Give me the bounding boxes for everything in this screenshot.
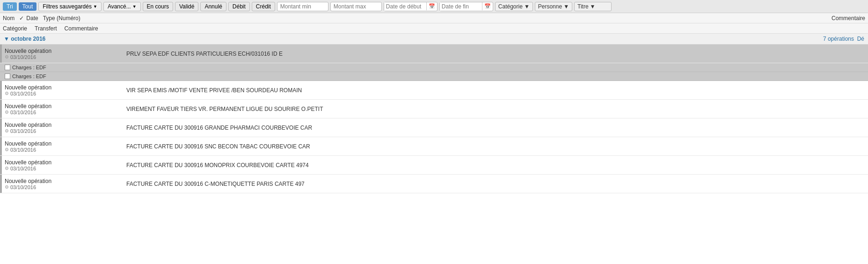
sort-type-label: Type (Numéro) (43, 15, 80, 22)
transaction-info: Nouvelle opération ⚙ 03/10/2016 (5, 84, 122, 96)
avance-button[interactable]: Avancé... ▼ (103, 2, 141, 11)
transaction-comment: FACTURE CARTE DU 300916 C-MONETIQUETTE P… (122, 181, 865, 187)
op-name: Nouvelle opération (5, 178, 122, 184)
sort-commentaire[interactable]: Commentaire (832, 15, 865, 22)
transaction-info: Nouvelle opération ⚙ 03/10/2016 (5, 103, 122, 115)
transaction-info: Nouvelle opération ⚙ 03/10/2016 (5, 122, 122, 134)
category-tag: Charges : EDF (5, 73, 46, 79)
date-debut-input[interactable] (384, 2, 426, 11)
sort2-transfert-label: Transfert (35, 25, 57, 32)
sort2-commentaire-label: Commentaire (65, 25, 98, 32)
date-fin-container: 📅 (439, 2, 493, 11)
transaction-comment: VIR SEPA EMIS /MOTIF VENTE PRIVEE /BEN S… (122, 87, 865, 94)
gear-icon: ⚙ (5, 91, 9, 96)
op-date: ⚙ 03/10/2016 (5, 147, 122, 153)
table-row[interactable]: Nouvelle opération ⚙ 03/10/2016 FACTURE … (0, 118, 868, 137)
tout-button[interactable]: Tout (19, 2, 37, 11)
titre-dropdown[interactable]: Titre ▼ (574, 2, 612, 11)
op-date: ⚙ 03/10/2016 (5, 166, 122, 171)
en-cours-button[interactable]: En cours (143, 2, 173, 11)
avance-arrow-icon: ▼ (132, 4, 137, 9)
montant-max-input[interactable] (330, 2, 382, 11)
valide-button[interactable]: Validé (175, 2, 198, 11)
op-date: ⚙ 03/10/2016 (5, 128, 122, 134)
op-name: Nouvelle opération (5, 84, 122, 91)
table-row[interactable]: Nouvelle opération ⚙ 03/10/2016 FACTURE … (0, 175, 868, 193)
table-row[interactable]: Nouvelle opération ⚙ 03/10/2016 FACTURE … (0, 137, 868, 156)
personne-dropdown[interactable]: Personne ▼ (535, 2, 572, 11)
op-date: ⚙ 03/10/2016 (5, 184, 122, 190)
table-row[interactable]: Nouvelle opération ⚙ 03/10/2016 VIREMENT… (0, 100, 868, 118)
transaction-info: Nouvelle opération ⚙ 03/10/2016 (5, 48, 122, 60)
gear-icon: ⚙ (5, 184, 9, 190)
transaction-info: Nouvelle opération ⚙ 03/10/2016 (5, 178, 122, 190)
op-date: ⚙ 03/10/2016 (5, 54, 122, 60)
month-header[interactable]: ▼ octobre 2016 7 opérations Dé (0, 34, 868, 44)
op-name: Nouvelle opération (5, 103, 122, 110)
transaction-comment: PRLV SEPA EDF CLIENTS PARTICULIERS ECH/0… (122, 51, 865, 57)
tri-button[interactable]: Tri (3, 2, 17, 11)
table-row[interactable]: Nouvelle opération ⚙ 03/10/2016 VIR SEPA… (0, 81, 868, 100)
row-content: Nouvelle opération ⚙ 03/10/2016 PRLV SEP… (2, 44, 868, 63)
transaction-comment: FACTURE CARTE DU 300916 GRANDE PHARMACI … (122, 125, 865, 131)
row-content: Nouvelle opération ⚙ 03/10/2016 VIREMENT… (2, 100, 868, 118)
sort-date-label: Date (26, 15, 38, 22)
date-debut-container: 📅 (384, 2, 438, 11)
avance-label: Avancé... (108, 3, 131, 10)
categorie-label: Catégorie (498, 3, 523, 10)
transaction-comment: FACTURE CARTE DU 300916 SNC BECON TABAC … (122, 143, 865, 150)
categorie-dropdown[interactable]: Catégorie ▼ (495, 2, 533, 11)
montant-min-input[interactable] (277, 2, 328, 11)
date-fin-calendar-icon[interactable]: 📅 (482, 2, 493, 10)
personne-label: Personne (538, 3, 562, 10)
toolbar: Tri Tout Filtres sauvegardés ▼ Avancé...… (0, 0, 868, 13)
category-row: Charges : EDF (0, 72, 868, 81)
debit-button[interactable]: Débit (228, 2, 250, 11)
sort-nom[interactable]: Nom (3, 15, 15, 22)
filtres-button[interactable]: Filtres sauvegardés ▼ (38, 2, 102, 11)
table-row[interactable]: Nouvelle opération ⚙ 03/10/2016 FACTURE … (0, 156, 868, 175)
gear-icon: ⚙ (5, 54, 9, 59)
date-fin-input[interactable] (440, 2, 482, 11)
month-title: ▼ octobre 2016 (4, 36, 45, 42)
sort-type[interactable]: Type (Numéro) (43, 15, 80, 22)
annule-button[interactable]: Annulé (200, 2, 226, 11)
sort-row-1: Nom Date Type (Numéro) Commentaire (0, 13, 868, 23)
row-content: Nouvelle opération ⚙ 03/10/2016 FACTURE … (2, 175, 868, 193)
row-content: Nouvelle opération ⚙ 03/10/2016 VIR SEPA… (2, 81, 868, 99)
filtres-arrow-icon: ▼ (93, 4, 97, 9)
op-date: ⚙ 03/10/2016 (5, 110, 122, 115)
transaction-info: Nouvelle opération ⚙ 03/10/2016 (5, 159, 122, 171)
op-name: Nouvelle opération (5, 140, 122, 147)
table-row[interactable]: Nouvelle opération ⚙ 03/10/2016 PRLV SEP… (0, 44, 868, 63)
gear-icon: ⚙ (5, 110, 9, 115)
credit-button[interactable]: Crédit (252, 2, 275, 11)
personne-arrow-icon: ▼ (563, 3, 569, 10)
row-content: Nouvelle opération ⚙ 03/10/2016 FACTURE … (2, 118, 868, 137)
gear-icon: ⚙ (5, 128, 9, 133)
row-content: Nouvelle opération ⚙ 03/10/2016 FACTURE … (2, 156, 868, 174)
sort-commentaire-label: Commentaire (832, 15, 865, 22)
category-label: Charges : EDF (12, 73, 46, 79)
sort-row-2: Catégorie Transfert Commentaire (0, 23, 868, 34)
op-date: ⚙ 03/10/2016 (5, 91, 122, 96)
category-row: Charges : EDF (0, 63, 868, 72)
date-debut-calendar-icon[interactable]: 📅 (426, 2, 437, 10)
transaction-comment: FACTURE CARTE DU 300916 MONOPRIX COURBEV… (122, 162, 865, 169)
category-checkbox[interactable] (5, 73, 10, 79)
category-checkbox[interactable] (5, 65, 10, 70)
transaction-info: Nouvelle opération ⚙ 03/10/2016 (5, 140, 122, 153)
titre-label: Titre (577, 3, 589, 10)
sort2-categorie-label: Catégorie (3, 25, 27, 32)
filtres-label: Filtres sauvegardés (43, 3, 92, 10)
op-name: Nouvelle opération (5, 48, 122, 54)
sort-nom-label: Nom (3, 15, 15, 22)
op-name: Nouvelle opération (5, 159, 122, 166)
op-name: Nouvelle opération (5, 122, 122, 128)
sort-date[interactable]: Date (19, 15, 38, 22)
titre-arrow-icon: ▼ (590, 3, 596, 10)
category-label: Charges : EDF (12, 65, 46, 70)
gear-icon: ⚙ (5, 147, 9, 152)
row-content: Nouvelle opération ⚙ 03/10/2016 FACTURE … (2, 137, 868, 155)
transaction-comment: VIREMENT FAVEUR TIERS VR. PERMANENT LIGU… (122, 106, 865, 112)
